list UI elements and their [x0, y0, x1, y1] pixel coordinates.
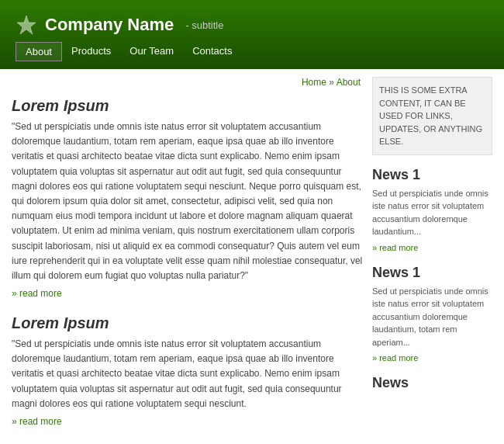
- extra-content-text: THIS IS SOME EXTRA CONTENT, IT CAN BE US…: [379, 85, 482, 146]
- content-wrapper: Home » About Lorem Ipsum "Sed ut perspic…: [0, 69, 504, 444]
- nav: About Products Our Team Contacts: [16, 42, 488, 61]
- news-2-body: Sed ut perspiciatis unde omnis iste natu…: [372, 285, 492, 349]
- nav-about[interactable]: About: [16, 42, 62, 61]
- article-2-body: "Sed ut perspiciatis unde omnis iste nat…: [12, 337, 364, 411]
- article-2-title: Lorem Ipsum: [12, 314, 364, 332]
- breadcrumb: Home » About: [12, 77, 364, 88]
- nav-our-team[interactable]: Our Team: [120, 42, 183, 61]
- breadcrumb-current[interactable]: About: [337, 77, 361, 88]
- news-1-read-more[interactable]: read more: [372, 243, 418, 252]
- main-content: Home » About Lorem Ipsum "Sed ut perspic…: [12, 77, 364, 442]
- news-2-title: News 1: [372, 265, 492, 281]
- company-name: Company Name: [45, 15, 174, 35]
- subtitle: - subtitle: [185, 19, 223, 31]
- nav-contacts[interactable]: Contacts: [183, 42, 241, 61]
- logo-icon: [16, 14, 37, 36]
- breadcrumb-separator: »: [329, 77, 334, 88]
- svg-marker-0: [17, 16, 36, 34]
- news-block-3: News: [372, 375, 492, 391]
- article-1-title: Lorem Ipsum: [12, 97, 364, 115]
- extra-content-box: THIS IS SOME EXTRA CONTENT, IT CAN BE US…: [372, 77, 492, 155]
- article-1-read-more[interactable]: read more: [12, 288, 62, 299]
- breadcrumb-home[interactable]: Home: [302, 77, 326, 88]
- news-2-read-more[interactable]: read more: [372, 353, 418, 362]
- news-3-title: News: [372, 375, 492, 391]
- news-1-title: News 1: [372, 167, 492, 183]
- nav-products[interactable]: Products: [62, 42, 120, 61]
- article-1: Lorem Ipsum "Sed ut perspiciatis unde om…: [12, 97, 364, 299]
- news-block-2: News 1 Sed ut perspiciatis unde omnis is…: [372, 265, 492, 364]
- news-1-body: Sed ut perspiciatis unde omnis iste natu…: [372, 187, 492, 238]
- news-block-1: News 1 Sed ut perspiciatis unde omnis is…: [372, 167, 492, 253]
- article-1-body: "Sed ut perspiciatis unde omnis iste nat…: [12, 120, 364, 283]
- sidebar: THIS IS SOME EXTRA CONTENT, IT CAN BE US…: [372, 77, 492, 442]
- header: Company Name - subtitle About Products O…: [0, 0, 504, 69]
- header-top: Company Name - subtitle: [16, 14, 488, 36]
- article-2: Lorem Ipsum "Sed ut perspiciatis unde om…: [12, 314, 364, 427]
- article-2-read-more[interactable]: read more: [12, 416, 62, 427]
